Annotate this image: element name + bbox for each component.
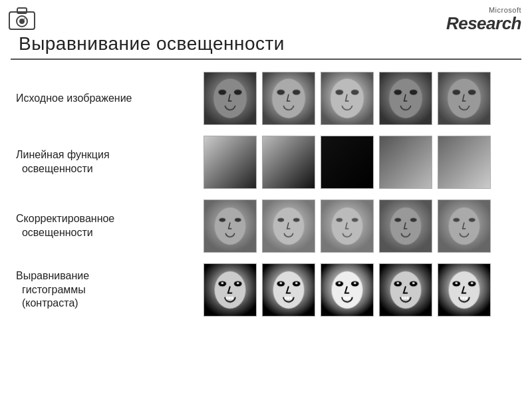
image-r3-2 [262,200,315,253]
image-r1-1 [203,72,257,125]
image-r2-4 [379,136,432,189]
row-linear-images [203,136,491,189]
row-histogram: Выравнивание гистограммы (контраста) [11,258,521,322]
image-r1-3 [321,72,374,125]
header-left [8,7,36,32]
row-histogram-label: Выравнивание гистограммы (контраста) [11,269,203,311]
row-original-label: Исходное изображение [11,92,203,106]
image-r4-2 [262,263,315,317]
image-r2-2 [262,136,315,189]
content-area: Исходное изображение Линейная функция ос… [0,60,532,329]
image-r2-1 [203,136,257,189]
row-corrected: Скорректированное освещенности [11,194,521,258]
research-label: Research [446,14,521,33]
title-section: Выравнивание освещенности [11,33,521,60]
image-r3-1 [203,200,257,253]
image-r2-5 [438,136,491,189]
microsoft-research-logo: Microsoft Research [446,6,521,33]
svg-point-3 [19,19,25,24]
image-r4-4 [379,263,432,317]
header: Microsoft Research [0,0,532,33]
image-r2-3 [321,136,374,189]
row-corrected-label: Скорректированное освещенности [11,212,203,240]
row-original: Исходное изображение [11,66,521,130]
row-linear-label: Линейная функция освещенности [11,148,203,176]
image-r1-4 [379,72,432,125]
row-histogram-images [203,263,491,317]
image-r1-5 [438,72,491,125]
image-r4-1 [203,263,257,317]
image-r3-5 [438,200,491,253]
row-linear: Линейная функция освещенности [11,130,521,194]
microsoft-label: Microsoft [489,6,521,14]
row-corrected-images [203,200,491,253]
page-title: Выравнивание освещенности [19,33,511,55]
eye-icon [8,7,36,32]
image-r1-2 [262,72,315,125]
row-original-images [203,72,491,125]
svg-point-4 [24,18,26,20]
image-r4-3 [321,263,374,317]
image-r3-4 [379,200,432,253]
image-r3-3 [321,200,374,253]
image-r4-5 [438,263,491,317]
